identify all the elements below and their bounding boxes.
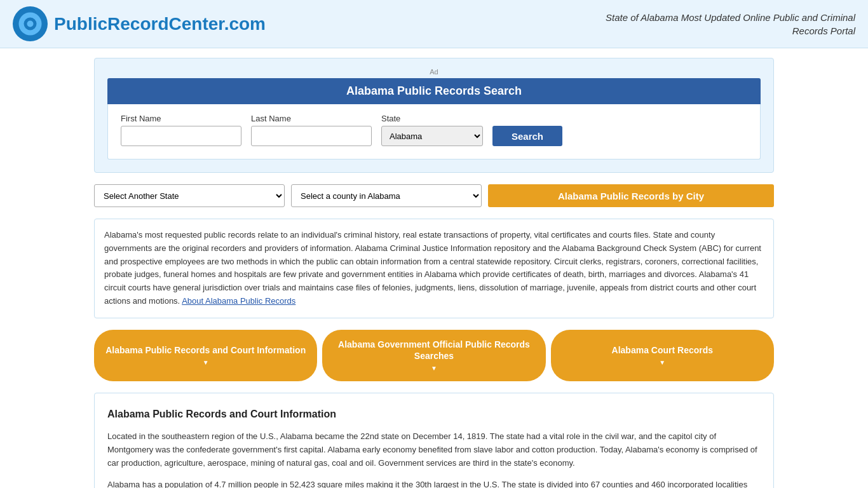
search-fields: First Name Last Name State Alabama Searc… — [121, 114, 747, 146]
search-button[interactable]: Search — [492, 126, 562, 146]
category-public-records[interactable]: Alabama Public Records and Court Informa… — [94, 330, 317, 381]
last-name-input[interactable] — [251, 126, 372, 146]
description-link[interactable]: About Alabama Public Records — [182, 296, 295, 306]
state-select[interactable]: Alabama — [381, 126, 483, 146]
header-tagline: State of Alabama Most Updated Online Pub… — [588, 11, 855, 37]
description-text: Alabama's most requested public records … — [104, 230, 761, 306]
content-section: Alabama Public Records and Court Informa… — [94, 393, 774, 488]
first-name-label: First Name — [121, 114, 241, 123]
content-title: Alabama Public Records and Court Informa… — [107, 406, 761, 423]
last-name-label: Last Name — [251, 114, 372, 123]
county-dropdown[interactable]: Select a county in Alabama — [291, 184, 482, 207]
header: PublicRecordCenter.com State of Alabama … — [0, 0, 868, 48]
main-content: Ad Alabama Public Records Search First N… — [85, 48, 783, 488]
first-name-input[interactable] — [121, 126, 241, 146]
dropdowns-row: Select Another State Select a county in … — [94, 184, 774, 207]
city-button[interactable]: Alabama Public Records by City — [488, 184, 774, 207]
description-box: Alabama's most requested public records … — [94, 219, 774, 318]
logo-text[interactable]: PublicRecordCenter.com — [54, 14, 266, 34]
last-name-group: Last Name — [251, 114, 372, 146]
state-another-dropdown[interactable]: Select Another State — [94, 184, 285, 207]
first-name-group: First Name — [121, 114, 241, 146]
logo-area: PublicRecordCenter.com — [13, 6, 266, 41]
svg-point-3 — [27, 21, 34, 27]
content-para-1: Located in the southeastern region of th… — [107, 430, 761, 470]
state-label: State — [381, 114, 483, 123]
logo-icon — [13, 6, 48, 41]
category-government[interactable]: Alabama Government Official Public Recor… — [322, 330, 545, 381]
category-court-records[interactable]: Alabama Court Records — [551, 330, 774, 381]
search-banner: Alabama Public Records Search — [107, 78, 761, 104]
search-form-area: First Name Last Name State Alabama Searc… — [107, 104, 761, 159]
ad-label: Ad — [107, 68, 761, 76]
category-buttons: Alabama Public Records and Court Informa… — [94, 330, 774, 381]
ad-box: Ad Alabama Public Records Search First N… — [94, 58, 774, 173]
content-para-2: Alabama has a population of 4.7 million … — [107, 478, 761, 488]
state-group: State Alabama — [381, 114, 483, 146]
